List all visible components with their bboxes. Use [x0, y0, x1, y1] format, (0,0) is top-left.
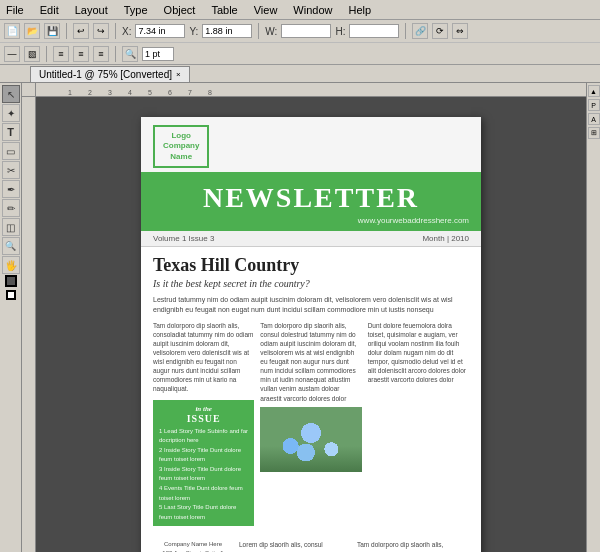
toolbar-row-1: 📄 📂 💾 ↩ ↪ X: Y: W: H: 🔗 ⟳ ⇔ — [0, 20, 600, 42]
pencil-tool[interactable]: ✏ — [2, 199, 20, 217]
sep-6 — [115, 46, 116, 62]
date-label: Month | 2010 — [422, 234, 469, 243]
ruler-mark: 3 — [108, 89, 128, 96]
fill-color[interactable] — [5, 275, 17, 287]
document-page: Logo Company Name NEWSLETTER www.yourweb… — [141, 117, 481, 552]
y-input[interactable] — [202, 24, 252, 38]
main-headline: Texas Hill Country — [153, 255, 469, 276]
h-input[interactable] — [349, 24, 399, 38]
tool-icon-1[interactable]: 📄 — [4, 23, 20, 39]
menu-table[interactable]: Table — [209, 4, 239, 16]
col3-text: Dunt dolore feuemolora dolra toiset, qui… — [368, 321, 469, 385]
ruler-mark: 6 — [168, 89, 188, 96]
newsletter-website: www.yourwebaddresshere.com — [153, 216, 469, 225]
address-block: Company Name Here 123 Any Street, Suite … — [153, 540, 233, 552]
hand-tool[interactable]: 🖐 — [2, 256, 20, 274]
flip-icon[interactable]: ⇔ — [452, 23, 468, 39]
menu-file[interactable]: File — [4, 4, 26, 16]
stroke-weight-input[interactable] — [142, 47, 174, 61]
menu-object[interactable]: Object — [162, 4, 198, 16]
ruler-corner — [22, 83, 36, 97]
tool-icon-2[interactable]: 📂 — [24, 23, 40, 39]
logo-line2: Company — [163, 141, 199, 151]
ruler-mark: 4 — [128, 89, 148, 96]
column-2: Tam dolorporo dip slaorih alis, consul d… — [260, 321, 361, 533]
menu-view[interactable]: View — [252, 4, 280, 16]
main-area: ↖ ✦ T ▭ ✂ ✒ ✏ ◫ 🔍 🖐 1 2 3 4 5 6 7 8 — [0, 83, 600, 552]
issue-box: in the ISSUE 1 Lead Story Title Subinfo … — [153, 400, 254, 527]
panel-btn-3[interactable]: A — [588, 113, 600, 125]
tab-close-button[interactable]: × — [176, 70, 181, 79]
zoom-icon[interactable]: 🔍 — [122, 46, 138, 62]
issue-item-3: 3 Inside Story Title Dunt dolore feum to… — [159, 465, 248, 484]
menu-edit[interactable]: Edit — [38, 4, 61, 16]
issue-item-4: 4 Events Title Dunt dolore feum toiset l… — [159, 484, 248, 503]
stroke-color[interactable] — [6, 290, 16, 300]
tab-bar: Untitled-1 @ 75% [Converted] × — [0, 65, 600, 83]
select-tool[interactable]: ↖ — [2, 85, 20, 103]
logo-line3: Name — [163, 152, 199, 162]
scissors-tool[interactable]: ✂ — [2, 161, 20, 179]
align-center-icon[interactable]: ≡ — [73, 46, 89, 62]
ruler-marks: 1 2 3 4 5 6 7 8 — [36, 83, 586, 96]
document-tab[interactable]: Untitled-1 @ 75% [Converted] × — [30, 66, 190, 82]
text-tool[interactable]: T — [2, 123, 20, 141]
menu-bar: File Edit Layout Type Object Table View … — [0, 0, 600, 20]
right-panel: ▲ P A ⊞ — [586, 83, 600, 552]
bottom-right: Tam dolorporo dip slaorih alis, consolad… — [357, 540, 469, 552]
logo-box: Logo Company Name — [153, 125, 209, 168]
newsletter-header: Logo Company Name — [141, 117, 481, 172]
direct-select-tool[interactable]: ✦ — [2, 104, 20, 122]
document-wrapper[interactable]: Logo Company Name NEWSLETTER www.yourweb… — [36, 97, 586, 552]
sep-1 — [66, 23, 67, 39]
column-1: Tam dolorporo dip slaorih alis, consolad… — [153, 321, 254, 533]
ruler-mark: 5 — [148, 89, 168, 96]
address-company: Company Name Here — [153, 540, 233, 549]
constrain-icon[interactable]: 🔗 — [412, 23, 428, 39]
menu-help[interactable]: Help — [346, 4, 373, 16]
col2-text: Tam dolorporo dip slaorih alis, consul d… — [260, 321, 361, 403]
gradient-tool[interactable]: ◫ — [2, 218, 20, 236]
tab-title: Untitled-1 @ 75% [Converted] — [39, 69, 172, 80]
three-col-section: Tam dolorporo dip slaorih alis, consolad… — [153, 321, 469, 533]
lorem-body: Lorem dip slaorih alis, consul dolestrud… — [239, 540, 351, 552]
rotate-icon[interactable]: ⟳ — [432, 23, 448, 39]
stroke-icon[interactable]: — — [4, 46, 20, 62]
column-3: Dunt dolore feuemolora dolra toiset, qui… — [368, 321, 469, 533]
ruler-horizontal: 1 2 3 4 5 6 7 8 — [36, 83, 586, 97]
logo-line1: Logo — [163, 131, 199, 141]
bottom-mid: Lorem dip slaorih alis, consul dolestrud… — [239, 540, 351, 552]
panel-btn-4[interactable]: ⊞ — [588, 127, 600, 139]
issue-title: ISSUE — [187, 413, 221, 424]
pen-tool[interactable]: ✒ — [2, 180, 20, 198]
sep-4 — [405, 23, 406, 39]
menu-window[interactable]: Window — [291, 4, 334, 16]
issue-item-2: 2 Inside Story Title Dunt dolore feum to… — [159, 446, 248, 465]
issue-item-1: 1 Lead Story Title Subinfo and far docri… — [159, 427, 248, 446]
intro-text: Lestrud tatummy nim do odiam auipit iusc… — [153, 295, 469, 315]
w-input[interactable] — [281, 24, 331, 38]
menu-type[interactable]: Type — [122, 4, 150, 16]
x-input[interactable] — [135, 24, 185, 38]
volume-label: Volume 1 Issue 3 — [153, 234, 214, 243]
tool-icon-4[interactable]: ↩ — [73, 23, 89, 39]
align-left-icon[interactable]: ≡ — [53, 46, 69, 62]
sep-2 — [115, 23, 116, 39]
bottom-left: Company Name Here 123 Any Street, Suite … — [153, 540, 233, 552]
panel-btn-2[interactable]: P — [588, 99, 600, 111]
photo-placeholder — [260, 407, 361, 472]
panel-btn-1[interactable]: ▲ — [588, 85, 600, 97]
align-right-icon[interactable]: ≡ — [93, 46, 109, 62]
fill-icon[interactable]: ▧ — [24, 46, 40, 62]
newsletter-meta: Volume 1 Issue 3 Month | 2010 — [141, 231, 481, 247]
menu-layout[interactable]: Layout — [73, 4, 110, 16]
final-col-text: Tam dolorporo dip slaorih alis, consolad… — [357, 540, 469, 552]
newsletter-title: NEWSLETTER — [153, 182, 469, 214]
rectangle-tool[interactable]: ▭ — [2, 142, 20, 160]
ruler-mark: 2 — [88, 89, 108, 96]
left-toolbar: ↖ ✦ T ▭ ✂ ✒ ✏ ◫ 🔍 🖐 — [0, 83, 22, 552]
tool-icon-5[interactable]: ↪ — [93, 23, 109, 39]
zoom-tool[interactable]: 🔍 — [2, 237, 20, 255]
canvas-area: 1 2 3 4 5 6 7 8 Logo Company Name — [22, 83, 586, 552]
tool-icon-3[interactable]: 💾 — [44, 23, 60, 39]
